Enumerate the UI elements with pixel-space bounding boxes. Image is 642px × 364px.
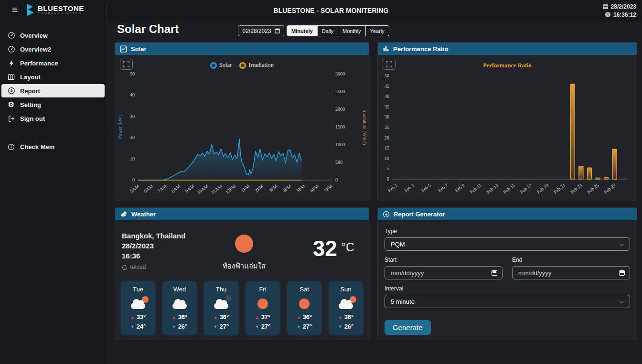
svg-text:Feb 1: Feb 1	[387, 182, 399, 193]
gauge-icon	[7, 32, 15, 39]
range-button-daily[interactable]: Daily	[317, 26, 338, 36]
sidebar-item-label: Setting	[20, 101, 41, 108]
legend-item-solar[interactable]: Solar	[210, 62, 232, 69]
svg-text:3PM: 3PM	[268, 183, 278, 193]
svg-text:1PM: 1PM	[240, 183, 251, 193]
forecast-card: Sat▲36°▼27°	[287, 281, 321, 335]
start-label: Start	[385, 257, 503, 263]
generate-button[interactable]: Generate	[385, 320, 431, 335]
sidebar-item-check-mem[interactable]: Check Mem	[1, 140, 105, 153]
main-content: Solar Chart 02/28/2023 Minutely Daily Mo…	[106, 21, 642, 364]
sidebar-item-report[interactable]: Report	[1, 84, 105, 97]
legend-item-irradiation[interactable]: Irradiation	[239, 62, 274, 69]
svg-text:45: 45	[385, 84, 389, 89]
sidebar-divider	[0, 133, 106, 133]
legend-label: Irradiation	[248, 62, 274, 69]
report-panel-header: Report Generator	[378, 208, 637, 220]
svg-text:0: 0	[132, 177, 135, 182]
svg-text:Feb 11: Feb 11	[469, 182, 482, 194]
sidebar-item-overview2[interactable]: Overview2	[1, 43, 105, 56]
reload-label: reload	[130, 262, 146, 272]
forecast-card: Sun▲36°▼26°	[329, 281, 363, 335]
gauge-icon	[7, 45, 15, 53]
svg-text:35: 35	[385, 104, 389, 109]
svg-text:Power (kW): Power (kW)	[118, 115, 123, 139]
range-button-minutely[interactable]: Minutely	[287, 26, 317, 36]
forecast-day: Thu	[204, 286, 238, 293]
forecast-card: Fri▲37°▼27°	[246, 281, 280, 335]
report-panel-title: Report Generator	[394, 211, 445, 218]
svg-text:2500: 2500	[335, 89, 345, 94]
hamburger-menu-icon[interactable]: ≡	[12, 4, 18, 15]
range-button-monthly[interactable]: Monthly	[338, 26, 365, 36]
range-button-yearly[interactable]: Yearly	[365, 26, 389, 36]
datetime-display: 28/2/2023 16:36:12	[602, 2, 636, 19]
sun-icon	[235, 235, 253, 253]
cloud-sun-icon	[121, 295, 155, 309]
forecast-day: Fri	[246, 286, 280, 293]
app-title: BLUESTONE - SOLAR MONITERING	[106, 0, 556, 21]
topbar-date: 28/2/2023	[611, 3, 636, 10]
report-form: Type PQM Start mm/dd/yyyy End mm/dd/yyyy	[378, 220, 637, 340]
forecast-high: ▲36°	[162, 312, 197, 322]
interval-select[interactable]: 5 minute	[385, 295, 630, 308]
sidebar-item-label: Report	[20, 87, 40, 95]
weather-location: Bangkok, Thailand	[122, 231, 185, 241]
sidebar-item-layout[interactable]: Layout	[1, 70, 105, 84]
sidebar-item-overview[interactable]: Overview	[1, 29, 105, 42]
svg-text:6AM: 6AM	[143, 183, 154, 194]
svg-text:30: 30	[385, 114, 389, 119]
solar-legend: Solar Irradiation	[115, 62, 369, 69]
performance-panel: Performance Ratio Performance Ratio 0510…	[377, 42, 637, 201]
down-triangle-icon: ▼	[130, 324, 135, 329]
forecast-low: ▼27°	[204, 322, 238, 332]
up-triangle-icon: ▲	[172, 315, 176, 320]
start-date-input[interactable]: mm/dd/yyyy	[385, 266, 503, 279]
svg-text:9AM: 9AM	[184, 183, 195, 194]
svg-text:500: 500	[335, 160, 342, 165]
chart-date-input[interactable]: 02/28/2023	[238, 25, 284, 36]
sidebar-item-label: Sign out	[20, 115, 45, 122]
svg-text:15: 15	[385, 145, 389, 150]
svg-text:11AM: 11AM	[210, 183, 223, 195]
forecast-day: Wed	[162, 286, 197, 293]
weather-divider	[120, 276, 364, 276]
gear-icon: ⚙	[7, 100, 15, 109]
down-triangle-icon: ▼	[338, 324, 342, 329]
solar-panel-header: Solar	[115, 43, 369, 55]
sidebar-item-signout[interactable]: Sign out	[1, 112, 105, 125]
irradiation-series-dot-icon	[239, 62, 246, 69]
report-generator-panel: Report Generator Type PQM Start mm/dd/yy…	[377, 207, 637, 340]
temperature-unit: °C	[341, 240, 354, 254]
forecast-high: ▲36°	[329, 312, 363, 322]
solar-panel: Solar Solar Irradiation 5AM6AM7AM8AM9AM1…	[115, 42, 369, 201]
cloud-moon-icon	[204, 295, 238, 309]
sidebar-item-performance[interactable]: Performance	[1, 56, 105, 70]
performance-panel-title: Performance Ratio	[393, 45, 449, 53]
current-temperature: 32 °C	[313, 237, 354, 259]
type-select[interactable]: PQM	[385, 237, 630, 251]
weather-reload-button[interactable]: reload	[122, 262, 185, 272]
sidebar-item-label: Overview2	[20, 46, 51, 53]
calendar-icon	[602, 3, 609, 10]
svg-text:Feb 3: Feb 3	[404, 182, 416, 193]
weather-body: Bangkok, Thailand 28/2/2023 16:36 reload…	[115, 220, 369, 340]
sidebar-item-setting[interactable]: ⚙ Setting	[1, 98, 105, 111]
svg-text:5PM: 5PM	[295, 183, 306, 193]
end-date-input[interactable]: mm/dd/yyyy	[512, 266, 630, 279]
svg-text:6PM: 6PM	[309, 183, 320, 193]
weather-date: 28/2/2023	[122, 241, 185, 251]
fullscreen-icon[interactable]	[383, 59, 396, 70]
forecast-row: Tue▲33°▼24°Wed▲36°▼26°Thu▲36°▼27°Fri▲37°…	[121, 281, 363, 335]
svg-text:0: 0	[335, 177, 338, 182]
performance-chart-title: Performance Ratio	[378, 62, 637, 69]
forecast-day: Sat	[287, 286, 321, 293]
svg-text:10: 10	[385, 156, 389, 161]
report-icon	[7, 87, 15, 95]
chevron-down-icon	[620, 242, 624, 246]
down-triangle-icon: ▼	[214, 324, 218, 329]
forecast-low: ▼27°	[287, 322, 321, 332]
bar-chart-icon	[383, 45, 389, 52]
forecast-card: Wed▲36°▼26°	[162, 281, 197, 335]
fullscreen-icon[interactable]	[120, 59, 133, 70]
